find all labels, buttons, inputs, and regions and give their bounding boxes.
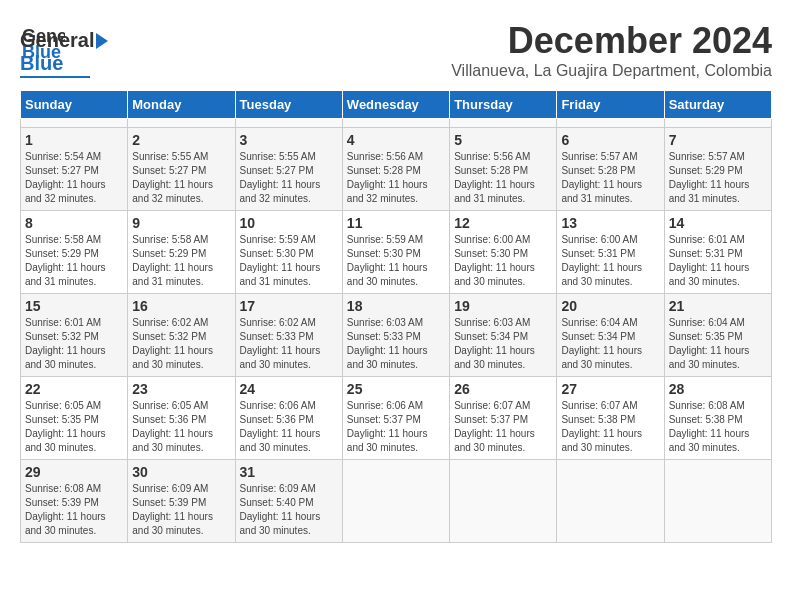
calendar-cell bbox=[450, 119, 557, 128]
calendar-cell: 4Sunrise: 5:56 AMSunset: 5:28 PMDaylight… bbox=[342, 128, 449, 211]
logo: General Blue General Blue bbox=[20, 20, 108, 78]
calendar-cell: 10Sunrise: 5:59 AMSunset: 5:30 PMDayligh… bbox=[235, 211, 342, 294]
calendar-header-friday: Friday bbox=[557, 91, 664, 119]
day-info: Sunrise: 5:58 AMSunset: 5:29 PMDaylight:… bbox=[25, 233, 123, 289]
logo-arrow-icon bbox=[96, 33, 108, 49]
day-number: 6 bbox=[561, 132, 659, 148]
day-number: 20 bbox=[561, 298, 659, 314]
calendar-cell: 7Sunrise: 5:57 AMSunset: 5:29 PMDaylight… bbox=[664, 128, 771, 211]
day-info: Sunrise: 6:03 AMSunset: 5:33 PMDaylight:… bbox=[347, 316, 445, 372]
day-number: 14 bbox=[669, 215, 767, 231]
calendar-cell: 29Sunrise: 6:08 AMSunset: 5:39 PMDayligh… bbox=[21, 460, 128, 543]
logo-underline bbox=[20, 76, 90, 78]
calendar-header-thursday: Thursday bbox=[450, 91, 557, 119]
day-info: Sunrise: 6:09 AMSunset: 5:40 PMDaylight:… bbox=[240, 482, 338, 538]
calendar-header-sunday: Sunday bbox=[21, 91, 128, 119]
calendar-week-row: 8Sunrise: 5:58 AMSunset: 5:29 PMDaylight… bbox=[21, 211, 772, 294]
day-number: 7 bbox=[669, 132, 767, 148]
calendar-cell: 31Sunrise: 6:09 AMSunset: 5:40 PMDayligh… bbox=[235, 460, 342, 543]
calendar-cell: 20Sunrise: 6:04 AMSunset: 5:34 PMDayligh… bbox=[557, 294, 664, 377]
day-number: 9 bbox=[132, 215, 230, 231]
day-number: 23 bbox=[132, 381, 230, 397]
calendar-week-row: 15Sunrise: 6:01 AMSunset: 5:32 PMDayligh… bbox=[21, 294, 772, 377]
day-number: 19 bbox=[454, 298, 552, 314]
day-number: 22 bbox=[25, 381, 123, 397]
day-number: 10 bbox=[240, 215, 338, 231]
calendar-week-row: 29Sunrise: 6:08 AMSunset: 5:39 PMDayligh… bbox=[21, 460, 772, 543]
calendar-header-saturday: Saturday bbox=[664, 91, 771, 119]
calendar-cell: 5Sunrise: 5:56 AMSunset: 5:28 PMDaylight… bbox=[450, 128, 557, 211]
day-number: 26 bbox=[454, 381, 552, 397]
day-info: Sunrise: 5:59 AMSunset: 5:30 PMDaylight:… bbox=[240, 233, 338, 289]
calendar-cell: 15Sunrise: 6:01 AMSunset: 5:32 PMDayligh… bbox=[21, 294, 128, 377]
logo-general: General bbox=[20, 29, 94, 52]
day-info: Sunrise: 6:04 AMSunset: 5:35 PMDaylight:… bbox=[669, 316, 767, 372]
day-info: Sunrise: 5:58 AMSunset: 5:29 PMDaylight:… bbox=[132, 233, 230, 289]
calendar-cell bbox=[342, 460, 449, 543]
calendar-cell: 2Sunrise: 5:55 AMSunset: 5:27 PMDaylight… bbox=[128, 128, 235, 211]
day-info: Sunrise: 5:59 AMSunset: 5:30 PMDaylight:… bbox=[347, 233, 445, 289]
day-info: Sunrise: 6:00 AMSunset: 5:30 PMDaylight:… bbox=[454, 233, 552, 289]
calendar-header-wednesday: Wednesday bbox=[342, 91, 449, 119]
calendar-cell: 30Sunrise: 6:09 AMSunset: 5:39 PMDayligh… bbox=[128, 460, 235, 543]
day-info: Sunrise: 5:57 AMSunset: 5:29 PMDaylight:… bbox=[669, 150, 767, 206]
calendar-cell: 17Sunrise: 6:02 AMSunset: 5:33 PMDayligh… bbox=[235, 294, 342, 377]
day-info: Sunrise: 6:00 AMSunset: 5:31 PMDaylight:… bbox=[561, 233, 659, 289]
calendar-cell: 8Sunrise: 5:58 AMSunset: 5:29 PMDaylight… bbox=[21, 211, 128, 294]
day-number: 21 bbox=[669, 298, 767, 314]
day-number: 8 bbox=[25, 215, 123, 231]
calendar-cell: 27Sunrise: 6:07 AMSunset: 5:38 PMDayligh… bbox=[557, 377, 664, 460]
day-number: 29 bbox=[25, 464, 123, 480]
calendar-cell: 18Sunrise: 6:03 AMSunset: 5:33 PMDayligh… bbox=[342, 294, 449, 377]
calendar-cell: 1Sunrise: 5:54 AMSunset: 5:27 PMDaylight… bbox=[21, 128, 128, 211]
day-number: 31 bbox=[240, 464, 338, 480]
calendar-cell: 25Sunrise: 6:06 AMSunset: 5:37 PMDayligh… bbox=[342, 377, 449, 460]
calendar-cell: 22Sunrise: 6:05 AMSunset: 5:35 PMDayligh… bbox=[21, 377, 128, 460]
day-number: 27 bbox=[561, 381, 659, 397]
day-number: 2 bbox=[132, 132, 230, 148]
calendar-cell: 24Sunrise: 6:06 AMSunset: 5:36 PMDayligh… bbox=[235, 377, 342, 460]
calendar-cell bbox=[664, 119, 771, 128]
day-info: Sunrise: 6:05 AMSunset: 5:36 PMDaylight:… bbox=[132, 399, 230, 455]
calendar-cell bbox=[450, 460, 557, 543]
calendar-cell: 13Sunrise: 6:00 AMSunset: 5:31 PMDayligh… bbox=[557, 211, 664, 294]
day-info: Sunrise: 6:02 AMSunset: 5:32 PMDaylight:… bbox=[132, 316, 230, 372]
page-header: General Blue General Blue December 2024 … bbox=[20, 20, 772, 80]
calendar-cell: 14Sunrise: 6:01 AMSunset: 5:31 PMDayligh… bbox=[664, 211, 771, 294]
day-number: 28 bbox=[669, 381, 767, 397]
calendar-cell: 26Sunrise: 6:07 AMSunset: 5:37 PMDayligh… bbox=[450, 377, 557, 460]
calendar-table: SundayMondayTuesdayWednesdayThursdayFrid… bbox=[20, 90, 772, 543]
day-info: Sunrise: 6:01 AMSunset: 5:31 PMDaylight:… bbox=[669, 233, 767, 289]
calendar-cell: 11Sunrise: 5:59 AMSunset: 5:30 PMDayligh… bbox=[342, 211, 449, 294]
day-info: Sunrise: 5:55 AMSunset: 5:27 PMDaylight:… bbox=[240, 150, 338, 206]
day-info: Sunrise: 5:55 AMSunset: 5:27 PMDaylight:… bbox=[132, 150, 230, 206]
logo-blue: Blue bbox=[20, 52, 63, 75]
day-info: Sunrise: 6:04 AMSunset: 5:34 PMDaylight:… bbox=[561, 316, 659, 372]
day-number: 15 bbox=[25, 298, 123, 314]
day-number: 11 bbox=[347, 215, 445, 231]
day-info: Sunrise: 6:08 AMSunset: 5:39 PMDaylight:… bbox=[25, 482, 123, 538]
calendar-cell bbox=[128, 119, 235, 128]
day-info: Sunrise: 6:06 AMSunset: 5:36 PMDaylight:… bbox=[240, 399, 338, 455]
calendar-cell: 21Sunrise: 6:04 AMSunset: 5:35 PMDayligh… bbox=[664, 294, 771, 377]
day-info: Sunrise: 6:08 AMSunset: 5:38 PMDaylight:… bbox=[669, 399, 767, 455]
day-info: Sunrise: 6:06 AMSunset: 5:37 PMDaylight:… bbox=[347, 399, 445, 455]
calendar-cell: 23Sunrise: 6:05 AMSunset: 5:36 PMDayligh… bbox=[128, 377, 235, 460]
day-number: 30 bbox=[132, 464, 230, 480]
calendar-cell: 16Sunrise: 6:02 AMSunset: 5:32 PMDayligh… bbox=[128, 294, 235, 377]
day-info: Sunrise: 5:56 AMSunset: 5:28 PMDaylight:… bbox=[347, 150, 445, 206]
day-number: 17 bbox=[240, 298, 338, 314]
day-number: 13 bbox=[561, 215, 659, 231]
calendar-week-row: 1Sunrise: 5:54 AMSunset: 5:27 PMDaylight… bbox=[21, 128, 772, 211]
calendar-cell bbox=[235, 119, 342, 128]
day-info: Sunrise: 6:05 AMSunset: 5:35 PMDaylight:… bbox=[25, 399, 123, 455]
day-number: 5 bbox=[454, 132, 552, 148]
calendar-cell: 28Sunrise: 6:08 AMSunset: 5:38 PMDayligh… bbox=[664, 377, 771, 460]
calendar-header-row: SundayMondayTuesdayWednesdayThursdayFrid… bbox=[21, 91, 772, 119]
page-subtitle: Villanueva, La Guajira Department, Colom… bbox=[451, 62, 772, 80]
calendar-cell bbox=[664, 460, 771, 543]
day-number: 24 bbox=[240, 381, 338, 397]
day-info: Sunrise: 6:02 AMSunset: 5:33 PMDaylight:… bbox=[240, 316, 338, 372]
day-info: Sunrise: 5:56 AMSunset: 5:28 PMDaylight:… bbox=[454, 150, 552, 206]
calendar-cell bbox=[21, 119, 128, 128]
